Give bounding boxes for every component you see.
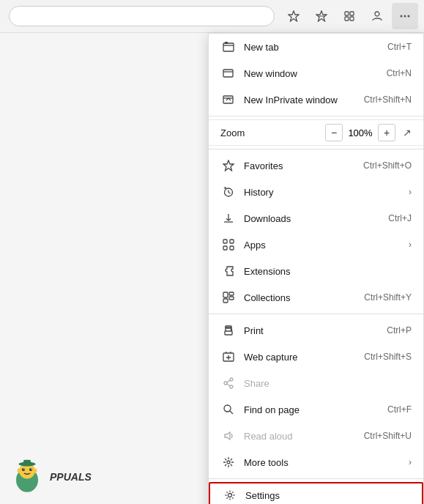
context-menu: New tab Ctrl+T New window Ctrl+N — [208, 33, 424, 504]
menu-item-new-window[interactable]: New window Ctrl+N — [209, 60, 423, 86]
new-window-label: New window — [244, 68, 387, 79]
menu-item-readaloud: Read aloud Ctrl+Shift+U — [209, 423, 423, 449]
svg-rect-18 — [230, 240, 234, 243]
history-arrow: › — [409, 187, 412, 197]
webcapture-icon — [220, 349, 237, 365]
menu-item-downloads[interactable]: Downloads Ctrl+J — [209, 205, 423, 231]
menu-item-history[interactable]: History › — [209, 179, 423, 205]
inprivate-shortcut: Ctrl+Shift+N — [364, 94, 412, 105]
readaloud-label: Read aloud — [244, 431, 364, 442]
share-label: Share — [244, 378, 412, 389]
separator-3 — [209, 314, 423, 314]
menu-item-collections[interactable]: Collections Ctrl+Shift+Y — [209, 284, 423, 311]
favorites-menu-label: Favorites — [244, 160, 363, 171]
svg-point-32 — [224, 405, 231, 412]
find-label: Find on page — [244, 404, 387, 415]
settings-icon — [222, 487, 238, 503]
svg-point-8 — [401, 15, 403, 18]
menu-item-apps[interactable]: Apps › — [209, 231, 423, 258]
more-menu-icon[interactable] — [392, 3, 418, 29]
svg-point-31 — [224, 382, 227, 385]
zoom-controls: − 100% + ↗ — [325, 124, 412, 141]
menu-item-find[interactable]: Find on page Ctrl+F — [209, 396, 423, 423]
new-window-shortcut: Ctrl+N — [387, 68, 412, 78]
svg-point-10 — [408, 15, 410, 18]
svg-point-9 — [404, 15, 406, 18]
menu-item-share: Share — [209, 370, 423, 396]
collections-label: Collections — [244, 292, 364, 303]
apps-icon — [220, 237, 237, 253]
history-menu-label: History — [244, 187, 403, 198]
downloads-shortcut: Ctrl+J — [388, 213, 412, 223]
svg-point-29 — [230, 378, 233, 381]
svg-point-34 — [228, 494, 232, 497]
extensions-label: Extensions — [244, 266, 412, 277]
collections-shortcut: Ctrl+Shift+Y — [364, 292, 412, 303]
find-shortcut: Ctrl+F — [387, 404, 412, 415]
new-tab-icon — [220, 39, 237, 55]
svg-rect-5 — [345, 17, 349, 21]
svg-point-40 — [29, 468, 32, 471]
svg-point-30 — [230, 385, 233, 388]
zoom-row: Zoom − 100% + ↗ — [209, 119, 423, 146]
menu-item-print[interactable]: Print Ctrl+P — [209, 317, 423, 344]
svg-rect-17 — [223, 240, 227, 243]
svg-rect-21 — [223, 292, 228, 297]
svg-point-46 — [33, 468, 37, 473]
favorites-icon[interactable] — [280, 3, 307, 29]
new-tab-label: New tab — [244, 42, 387, 53]
svg-rect-24 — [223, 299, 228, 303]
svg-rect-13 — [223, 70, 233, 77]
svg-rect-6 — [350, 17, 354, 21]
menu-item-settings[interactable]: Settings — [209, 482, 423, 504]
svg-rect-19 — [223, 246, 227, 250]
zoom-label: Zoom — [220, 127, 325, 138]
history-icon — [220, 184, 237, 200]
downloads-icon — [220, 210, 237, 226]
webcapture-shortcut: Ctrl+Shift+S — [364, 352, 412, 362]
zoom-expand-icon[interactable]: ↗ — [403, 127, 412, 138]
svg-rect-25 — [225, 331, 232, 335]
share-icon — [220, 375, 237, 391]
svg-rect-20 — [230, 246, 234, 250]
inprivate-icon — [220, 92, 237, 108]
zoom-decrease-button[interactable]: − — [325, 124, 343, 141]
svg-rect-22 — [229, 292, 234, 295]
separator-4 — [209, 478, 423, 479]
svg-point-41 — [23, 469, 24, 470]
menu-item-inprivate[interactable]: New InPrivate window Ctrl+Shift+N — [209, 86, 423, 113]
separator-2 — [209, 149, 423, 149]
menu-item-moretools[interactable]: More tools › — [209, 449, 423, 475]
extensions-icon — [220, 263, 237, 279]
svg-point-27 — [231, 329, 231, 330]
menu-item-favorites[interactable]: Favorites Ctrl+Shift+O — [209, 152, 423, 179]
zoom-increase-button[interactable]: + — [378, 124, 395, 141]
svg-point-45 — [18, 468, 21, 473]
svg-point-33 — [227, 461, 230, 464]
menu-item-extensions[interactable]: Extensions — [209, 258, 423, 284]
collections-icon[interactable] — [336, 3, 362, 29]
collections-menu-icon — [220, 289, 237, 305]
new-tab-shortcut: Ctrl+T — [387, 42, 412, 52]
menu-item-new-tab[interactable]: New tab Ctrl+T — [209, 34, 423, 60]
inprivate-label: New InPrivate window — [244, 94, 364, 105]
moretools-label: More tools — [244, 457, 403, 468]
appuals-logo — [9, 459, 45, 495]
readaloud-icon — [220, 428, 237, 444]
svg-rect-23 — [229, 297, 234, 300]
webcapture-label: Web capture — [244, 352, 364, 363]
appuals-watermark: PPUALS — [9, 459, 92, 495]
menu-item-webcapture[interactable]: Web capture Ctrl+Shift+S — [209, 344, 423, 370]
svg-rect-11 — [223, 43, 234, 51]
page-content: New tab Ctrl+T New window Ctrl+N — [0, 33, 424, 504]
svg-rect-3 — [345, 12, 349, 15]
settings-label: Settings — [245, 490, 410, 501]
profile-icon[interactable] — [364, 3, 390, 29]
find-icon — [220, 401, 237, 418]
svg-point-42 — [31, 469, 32, 470]
print-shortcut: Ctrl+P — [387, 325, 412, 336]
svg-rect-4 — [350, 12, 354, 15]
svg-rect-44 — [23, 460, 31, 465]
reading-list-icon[interactable] — [308, 3, 335, 29]
svg-marker-0 — [289, 11, 299, 21]
